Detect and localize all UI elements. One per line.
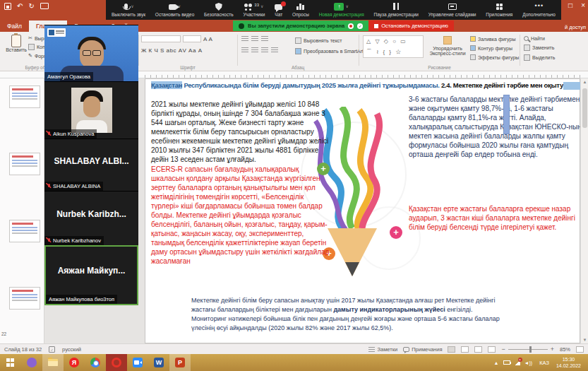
bullets-icon[interactable] bbox=[241, 36, 248, 42]
participants-button[interactable]: 33∨ Участники bbox=[243, 0, 265, 20]
zoom-app-button[interactable] bbox=[127, 354, 148, 371]
chrome-button[interactable] bbox=[85, 354, 106, 371]
security-button[interactable]: Безопасность bbox=[204, 0, 233, 20]
powerpoint-button[interactable]: P bbox=[169, 354, 191, 371]
network-error-icon[interactable] bbox=[515, 360, 520, 365]
slide-thumbnail[interactable] bbox=[9, 86, 40, 108]
reading-view-button[interactable] bbox=[474, 346, 482, 353]
new-share-button[interactable]: ∨ Новая демонстрация bbox=[319, 0, 364, 20]
zoom-slider[interactable]: − + bbox=[501, 346, 554, 353]
slide-thumbnail-panel[interactable]: 22 bbox=[0, 78, 44, 343]
participant-tile[interactable]: SHALABAY ALBI... SHALABAY ALBINA bbox=[44, 139, 138, 191]
shape-fill-button[interactable]: Заливка фигуры bbox=[470, 36, 519, 42]
record-icon[interactable] bbox=[348, 23, 354, 29]
chat-button[interactable]: Чат bbox=[275, 0, 282, 20]
pause-share-button[interactable]: Пауза демонстрации bbox=[374, 0, 419, 20]
close-button[interactable]: × bbox=[581, 1, 585, 9]
stop-video-button[interactable]: ∨ Остановить видео bbox=[155, 0, 194, 20]
yandex-browser-button[interactable]: Я bbox=[64, 354, 85, 371]
participant-tile-active-speaker[interactable]: Аяжан Майкуп... Аяжан Майкупова био3топ bbox=[44, 245, 138, 305]
right-red-text-box[interactable]: Қазақстан ерте жастағы балаларға ерекше … bbox=[409, 204, 585, 232]
language-indicator[interactable]: русский bbox=[62, 346, 81, 353]
chat-badge bbox=[281, 1, 286, 6]
slide-thumbnail[interactable] bbox=[9, 220, 40, 242]
arrange-button[interactable]: Упорядочить Экспресс-стили bbox=[428, 36, 467, 56]
slide-title[interactable]: Қазақстан Республикасында білім беруді д… bbox=[151, 81, 579, 90]
fit-to-window-button[interactable] bbox=[576, 346, 584, 353]
vertical-scrollbar[interactable]: ▲ ▼ bbox=[580, 78, 588, 343]
zoom-knob[interactable] bbox=[529, 346, 532, 353]
undo-icon[interactable]: ↶ bbox=[17, 2, 23, 10]
indent-icon[interactable] bbox=[261, 36, 268, 42]
manage-slides-button[interactable]: Управление слайдами bbox=[428, 0, 476, 20]
font-buttons[interactable]: Ж К Ч S abc АV Аа А bbox=[141, 47, 203, 54]
comments-button[interactable]: Примечания bbox=[403, 346, 442, 353]
justify-icon[interactable] bbox=[271, 47, 278, 54]
align-left-icon[interactable] bbox=[241, 47, 248, 54]
align-right-icon[interactable] bbox=[261, 47, 268, 54]
spellcheck-icon[interactable]: ✓ bbox=[49, 346, 55, 353]
chevron-down-icon[interactable]: ∨ bbox=[260, 3, 263, 10]
plus-button-pink[interactable]: + bbox=[390, 226, 402, 239]
quick-styles-label[interactable]: Экспресс-стили bbox=[428, 51, 467, 56]
maximize-button[interactable]: □ bbox=[568, 1, 572, 9]
shapes-gallery[interactable]: △ ▽ ◇ ○ ▭ ⌒ ≀ { } ☆ bbox=[363, 35, 424, 58]
font-size-box[interactable] bbox=[183, 35, 201, 42]
right-text-box[interactable]: 3-6 жастағы балаларды мектепке дейінгі т… bbox=[409, 95, 582, 159]
slide-canvas[interactable]: + + + Қазақстан Республикасында білім бе… bbox=[145, 78, 580, 343]
polls-label: Опросы bbox=[292, 12, 309, 17]
align-center-icon[interactable] bbox=[251, 47, 258, 54]
tab-file[interactable]: Файл bbox=[0, 20, 29, 32]
scrollbar-thumb[interactable] bbox=[582, 88, 587, 128]
zoom-out-icon[interactable]: − bbox=[501, 346, 505, 353]
volume-icon[interactable]: ◄)) bbox=[524, 360, 533, 365]
share-banner: Вы запустили демонстрацию экрана Останов… bbox=[233, 20, 454, 31]
start-button[interactable] bbox=[0, 354, 21, 371]
keyboard-language[interactable]: КАЗ bbox=[536, 360, 552, 366]
left-text-box[interactable]: 2021 жылы мектепке дейінгі ұйымдар желіс… bbox=[151, 100, 332, 266]
assistant-button[interactable] bbox=[21, 354, 42, 371]
file-explorer-button[interactable] bbox=[42, 354, 64, 371]
stop-share-button[interactable]: Остановить демонстрацию bbox=[368, 20, 454, 31]
more-button[interactable]: ••• Дополнительно bbox=[522, 0, 556, 20]
redo-icon[interactable]: ↻ bbox=[28, 2, 34, 10]
replace-button[interactable]: Заменить bbox=[524, 45, 555, 51]
tray-expand-icon[interactable]: ▲ bbox=[494, 360, 499, 365]
participant-tile[interactable]: Nurbek Karibzh... Nurbek Karibzhanov bbox=[44, 191, 138, 245]
participant-tile[interactable]: Амангул Оракова bbox=[44, 25, 138, 81]
numbering-icon[interactable] bbox=[251, 36, 258, 42]
normal-view-button[interactable] bbox=[448, 346, 455, 353]
slideshow-view-button[interactable] bbox=[488, 346, 496, 353]
find-button[interactable]: Найти bbox=[524, 36, 555, 41]
slideshow-icon[interactable] bbox=[40, 3, 49, 9]
mute-button[interactable]: ∨ Выключить звук bbox=[112, 0, 145, 20]
shield-check-icon[interactable] bbox=[357, 23, 363, 29]
polls-button[interactable]: Опросы bbox=[292, 0, 309, 20]
slide-thumbnail[interactable] bbox=[9, 287, 40, 310]
scroll-down-icon[interactable]: ▼ bbox=[582, 338, 587, 342]
opera-button[interactable] bbox=[106, 354, 127, 371]
zoom-in-icon[interactable]: + bbox=[551, 346, 554, 353]
select-button[interactable]: Выделить bbox=[524, 54, 555, 61]
notes-button[interactable]: Заметки bbox=[368, 346, 397, 353]
apps-button[interactable]: Приложения bbox=[486, 0, 512, 20]
clock[interactable]: 15:30 14.02.2022 bbox=[556, 356, 584, 369]
paste-button[interactable]: Вставить bbox=[6, 35, 27, 66]
scroll-up-icon[interactable]: ▲ bbox=[582, 80, 587, 84]
shape-effects-button[interactable]: Эффекты фигуры bbox=[470, 54, 519, 60]
save-icon[interactable] bbox=[4, 3, 11, 10]
smartart-button[interactable]: Преобразовать в SmartArt bbox=[295, 48, 364, 54]
align-text-button[interactable]: Выровнять текст bbox=[295, 37, 364, 44]
bottom-text-box[interactable]: Мектепке дейінгі білім беру сапасын анық… bbox=[191, 296, 500, 333]
ppt-share-button[interactable]: й доступ bbox=[565, 24, 588, 30]
slide-thumbnail[interactable] bbox=[9, 153, 40, 175]
participant-tile[interactable]: Aikun Kuspanova bbox=[44, 81, 138, 139]
font-name-box[interactable] bbox=[141, 35, 181, 42]
chevron-down-icon[interactable]: ∨ bbox=[345, 3, 348, 10]
shape-outline-button[interactable]: Контур фигуры bbox=[470, 45, 519, 51]
word-button[interactable]: W bbox=[148, 354, 169, 371]
textbox-scrollbar[interactable] bbox=[503, 95, 510, 134]
chevron-down-icon[interactable]: ∨ bbox=[131, 3, 133, 10]
sorter-view-button[interactable] bbox=[461, 346, 469, 353]
bottom-text-bold: дамыту индикаторларының жүйесі bbox=[333, 306, 445, 313]
